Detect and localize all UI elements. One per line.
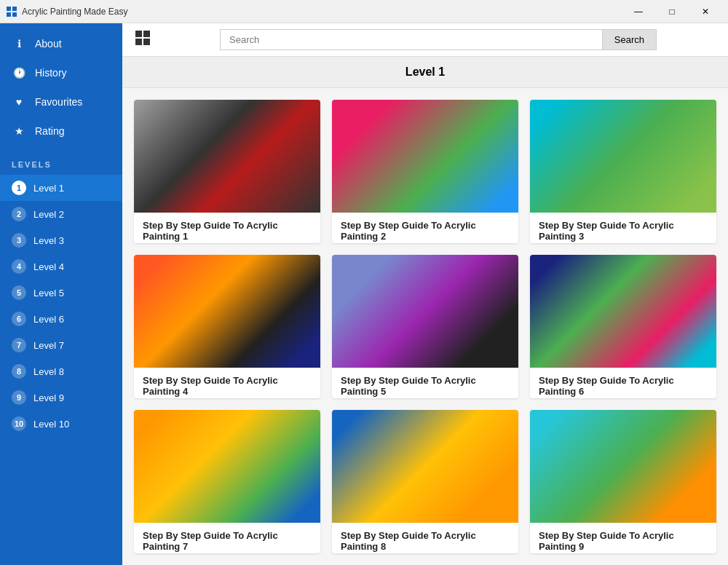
card-image-3 — [530, 100, 716, 213]
card-image-5 — [332, 255, 518, 368]
card-body-2: Step By Step Guide To Acrylic Painting 2… — [332, 213, 518, 243]
sidebar-nav: ℹ About 🕐 History ♥ Favourites ★ Rating — [0, 23, 122, 151]
card-title-5: Step By Step Guide To Acrylic Painting 5 — [341, 375, 510, 397]
card-9[interactable]: Step By Step Guide To Acrylic Painting 9… — [530, 410, 716, 553]
window-controls: — □ ✕ — [622, 0, 722, 23]
sidebar-rating-label: Rating — [35, 125, 64, 137]
search-input[interactable] — [220, 29, 602, 50]
card-body-8: Step By Step Guide To Acrylic Painting 8… — [332, 523, 518, 553]
level-label-8: Level 8 — [33, 366, 64, 377]
card-title-9: Step By Step Guide To Acrylic Painting 9 — [539, 530, 708, 552]
card-image-9 — [530, 410, 716, 523]
sidebar-item-about[interactable]: ℹ About — [0, 29, 122, 58]
card-image-7 — [134, 410, 320, 523]
app-container: ℹ About 🕐 History ♥ Favourites ★ Rating … — [0, 23, 728, 565]
card-title-4: Step By Step Guide To Acrylic Painting 4 — [143, 375, 312, 397]
sidebar-level-item-6[interactable]: 6 Level 6 — [0, 306, 122, 332]
card-body-1: Step By Step Guide To Acrylic Painting 1… — [134, 213, 320, 243]
card-title-3: Step By Step Guide To Acrylic Painting 3 — [539, 220, 708, 242]
card-8[interactable]: Step By Step Guide To Acrylic Painting 8… — [332, 410, 518, 553]
card-2[interactable]: Step By Step Guide To Acrylic Painting 2… — [332, 100, 518, 243]
app-title: Acrylic Painting Made Easy — [22, 7, 127, 17]
search-container: Search — [220, 29, 657, 50]
card-4[interactable]: Step By Step Guide To Acrylic Painting 4… — [134, 255, 320, 398]
card-5[interactable]: Step By Step Guide To Acrylic Painting 5… — [332, 255, 518, 398]
level-number-6: 6 — [12, 312, 26, 326]
level-label-1: Level 1 — [33, 183, 64, 194]
sidebar-level-item-4[interactable]: 4 Level 4 — [0, 253, 122, 280]
card-body-7: Step By Step Guide To Acrylic Painting 7… — [134, 523, 320, 553]
level-label-5: Level 5 — [33, 288, 64, 299]
page-heading: Level 1 — [122, 57, 728, 88]
level-label-7: Level 7 — [33, 340, 64, 351]
card-body-5: Step By Step Guide To Acrylic Painting 5… — [332, 368, 518, 398]
sidebar-item-rating[interactable]: ★ Rating — [0, 116, 122, 146]
search-button[interactable]: Search — [602, 29, 657, 50]
svg-rect-6 — [135, 39, 142, 45]
level-number-5: 5 — [12, 285, 26, 300]
sidebar-item-history[interactable]: 🕐 History — [0, 58, 122, 87]
content-grid: Step By Step Guide To Acrylic Painting 1… — [122, 88, 728, 565]
card-title-1: Step By Step Guide To Acrylic Painting 1 — [143, 220, 312, 242]
card-body-4: Step By Step Guide To Acrylic Painting 4… — [134, 368, 320, 398]
svg-rect-3 — [12, 12, 17, 17]
card-title-2: Step By Step Guide To Acrylic Painting 2 — [341, 220, 510, 242]
card-image-6 — [530, 255, 716, 368]
card-image-8 — [332, 410, 518, 523]
sidebar-level-item-8[interactable]: 8 Level 8 — [0, 358, 122, 384]
level-number-9: 9 — [12, 390, 26, 405]
sidebar-level-item-9[interactable]: 9 Level 9 — [0, 384, 122, 411]
card-title-6: Step By Step Guide To Acrylic Painting 6 — [539, 375, 708, 397]
main-content: Search Level 1 Step By Step Guide To Acr… — [122, 23, 728, 565]
svg-rect-0 — [7, 7, 11, 11]
card-1[interactable]: Step By Step Guide To Acrylic Painting 1… — [134, 100, 320, 243]
svg-rect-4 — [135, 31, 142, 37]
card-body-9: Step By Step Guide To Acrylic Painting 9… — [530, 523, 716, 553]
card-body-6: Step By Step Guide To Acrylic Painting 6… — [530, 368, 716, 398]
sidebar-level-item-1[interactable]: 1 Level 1 — [0, 175, 122, 201]
sidebar-level-item-7[interactable]: 7 Level 7 — [0, 332, 122, 358]
level-label-6: Level 6 — [33, 314, 64, 325]
sidebar-level-item-2[interactable]: 2 Level 2 — [0, 201, 122, 227]
sidebar-favourites-label: Favourites — [35, 96, 82, 108]
sidebar-level-item-5[interactable]: 5 Level 5 — [0, 280, 122, 306]
sidebar-history-label: History — [35, 67, 67, 79]
card-6[interactable]: Step By Step Guide To Acrylic Painting 6… — [530, 255, 716, 398]
app-icon — [6, 6, 17, 17]
title-bar: Acrylic Painting Made Easy — □ ✕ — [0, 0, 728, 23]
levels-list: 1 Level 1 2 Level 2 3 Level 3 4 Level 4 … — [0, 175, 122, 437]
card-image-1 — [134, 100, 320, 213]
sidebar-level-item-3[interactable]: 3 Level 3 — [0, 227, 122, 253]
sidebar-level-item-10[interactable]: 10 Level 10 — [0, 411, 122, 437]
level-number-1: 1 — [12, 181, 26, 195]
card-image-4 — [134, 255, 320, 368]
title-bar-left: Acrylic Painting Made Easy — [6, 6, 127, 17]
level-label-10: Level 10 — [33, 419, 69, 430]
level-label-2: Level 2 — [33, 209, 64, 220]
svg-rect-5 — [143, 31, 150, 37]
card-3[interactable]: Step By Step Guide To Acrylic Painting 3… — [530, 100, 716, 243]
level-number-4: 4 — [12, 259, 26, 274]
level-label-9: Level 9 — [33, 392, 64, 403]
sidebar: ℹ About 🕐 History ♥ Favourites ★ Rating … — [0, 23, 122, 565]
sidebar-about-label: About — [35, 38, 62, 50]
grid-logo-icon — [134, 29, 151, 47]
level-number-3: 3 — [12, 233, 26, 248]
svg-rect-1 — [12, 7, 17, 11]
toolbar: Search — [122, 23, 728, 57]
card-image-2 — [332, 100, 518, 213]
level-number-8: 8 — [12, 364, 26, 379]
maximize-button[interactable]: □ — [655, 0, 689, 23]
card-7[interactable]: Step By Step Guide To Acrylic Painting 7… — [134, 410, 320, 553]
levels-section-label: LEVELS — [0, 151, 122, 175]
heart-nav-icon: ♥ — [12, 95, 26, 109]
minimize-button[interactable]: — — [622, 0, 655, 23]
level-label-4: Level 4 — [33, 261, 64, 272]
svg-rect-7 — [143, 39, 150, 45]
close-button[interactable]: ✕ — [689, 0, 722, 23]
info-icon: ℹ — [12, 36, 26, 51]
sidebar-item-favourites[interactable]: ♥ Favourites — [0, 87, 122, 116]
level-number-10: 10 — [12, 416, 26, 431]
level-number-2: 2 — [12, 207, 26, 221]
card-title-8: Step By Step Guide To Acrylic Painting 8 — [341, 530, 510, 552]
